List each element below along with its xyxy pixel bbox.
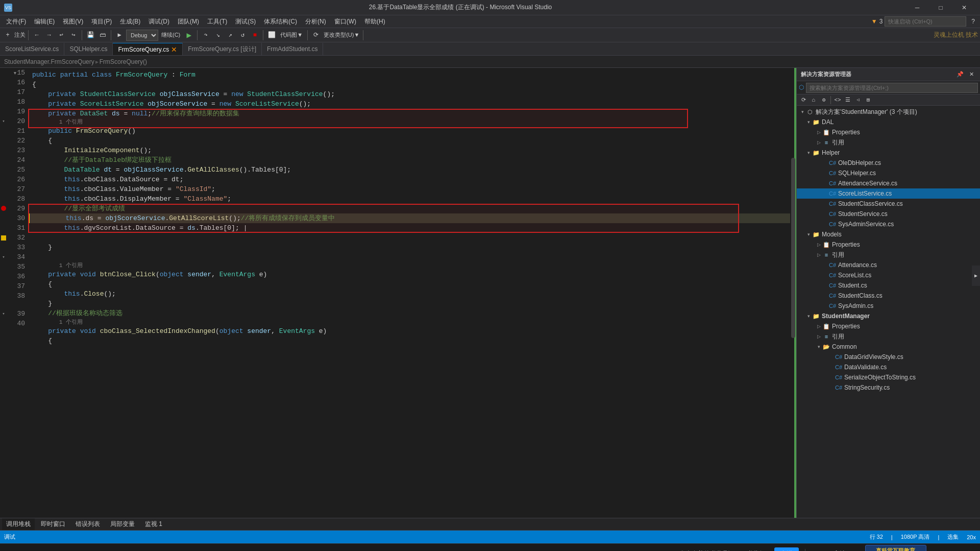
- tree-attendanceservice[interactable]: C# AttendanceService.cs: [797, 178, 980, 188]
- tab-frmaddstudent[interactable]: FrmAddStudent.cs: [262, 43, 323, 55]
- se-tree[interactable]: ▾ ⬡ 解决方案'StudentManager' (3 个项目) ▾ 📁 DAL…: [797, 106, 980, 518]
- back-button[interactable]: ←: [31, 30, 42, 41]
- vid-next-button[interactable]: ⏭: [45, 548, 57, 552]
- tree-studentclassservice[interactable]: C# StudentClassService.cs: [797, 199, 980, 209]
- menu-edit[interactable]: 编辑(E): [30, 16, 59, 28]
- step-out-button[interactable]: ↗: [225, 30, 236, 41]
- se-btn-home[interactable]: ⌂: [809, 95, 818, 105]
- menu-file[interactable]: 文件(F): [2, 16, 30, 28]
- code-line-22[interactable]: InitializeComponent();: [28, 146, 790, 155]
- se-btn-collapse[interactable]: ◁: [853, 95, 863, 105]
- tree-ref-dal[interactable]: ▷ ≡ 引用: [797, 137, 980, 148]
- tree-serializeobject[interactable]: C# SerializeObjectToString.cs: [797, 372, 980, 382]
- code-line-35[interactable]: {: [28, 279, 790, 289]
- code-line-40[interactable]: {: [28, 336, 790, 346]
- code-line-31[interactable]: [28, 233, 790, 243]
- tree-datavalidate[interactable]: C# DataValidate.cs: [797, 362, 980, 372]
- scroll-indicator[interactable]: [790, 68, 796, 518]
- menu-project[interactable]: 项目(P): [87, 16, 116, 28]
- se-close-button[interactable]: ✕: [967, 70, 976, 79]
- menu-team[interactable]: 团队(M): [174, 16, 203, 28]
- tree-ref-models[interactable]: ▷ ≡ 引用: [797, 250, 980, 260]
- maximize-button[interactable]: □: [929, 0, 952, 15]
- tree-props-sm[interactable]: ▷ 📋 Properties: [797, 321, 980, 331]
- menu-test[interactable]: 测试(S): [231, 16, 260, 28]
- tab-callstack[interactable]: 调用堆栈: [2, 518, 35, 530]
- tab-sqlhelper[interactable]: SQLHelper.cs: [64, 43, 113, 55]
- tree-studentmanager[interactable]: ▾ 📁 StudentManager: [797, 311, 980, 321]
- tab-frmscorequery-design[interactable]: FrmScoreQuery.cs [设计]: [183, 43, 262, 55]
- tab-immediate[interactable]: 即时窗口: [37, 518, 69, 530]
- code-line-21[interactable]: {: [28, 136, 790, 146]
- code-content[interactable]: public partial class FrmScoreQuery : For…: [28, 68, 790, 518]
- code-line-37[interactable]: }: [28, 299, 790, 308]
- fold-34[interactable]: ▾: [0, 252, 7, 262]
- step-in-button[interactable]: ↘: [212, 30, 224, 41]
- tree-studentclass-cs[interactable]: C# StudentClass.cs: [797, 291, 980, 301]
- tab-locals[interactable]: 局部变量: [106, 518, 139, 530]
- code-line-15[interactable]: public partial class FrmScoreQuery : For…: [28, 70, 790, 80]
- code-line-32[interactable]: }: [28, 243, 790, 252]
- tab-watch[interactable]: 监视 1: [141, 518, 166, 530]
- tree-scorelistservice[interactable]: C# ScoreListService.cs: [797, 188, 980, 199]
- code-line-39[interactable]: private void cboClass_SelectedIndexChang…: [28, 326, 790, 336]
- stop-button[interactable]: ■: [249, 30, 260, 41]
- tree-common[interactable]: ▾ 📂 Common: [797, 342, 980, 352]
- restart-button[interactable]: ↺: [237, 30, 248, 41]
- code-line-34[interactable]: private void btnClose_Click(object sende…: [28, 270, 790, 279]
- tree-ref-sm[interactable]: ▷ ≡ 引用: [797, 331, 980, 342]
- tree-attendance-cs[interactable]: C# Attendance.cs: [797, 260, 980, 270]
- menu-view[interactable]: 视图(V): [59, 16, 87, 28]
- redo-button[interactable]: ↪: [68, 30, 79, 41]
- tree-oledbhelper[interactable]: C# OleDbHelper.cs: [797, 158, 980, 168]
- breadcrumb-part2[interactable]: FrmScoreQuery(): [100, 58, 147, 65]
- tab-frmscorequery[interactable]: FrmScoreQuery.cs ✕: [113, 43, 183, 55]
- code-line-20[interactable]: public FrmScoreQuery(): [28, 126, 790, 136]
- tree-properties-dal[interactable]: ▷ 📋 Properties: [797, 127, 980, 137]
- save-all-button[interactable]: 🗃: [97, 30, 108, 41]
- tree-stringsecurity[interactable]: C# StringSecurity.cs: [797, 382, 980, 393]
- tree-datagridviewstyle[interactable]: C# DataGridViewStyle.cs: [797, 352, 980, 362]
- tree-sysadmin-cs[interactable]: C# SysAdmin.cs: [797, 301, 980, 311]
- question-icon[interactable]: ?: [968, 18, 978, 25]
- code-line-23[interactable]: //基于DataTableb绑定班级下拉框: [28, 155, 790, 165]
- breadcrumb-part1[interactable]: StudentManager.FrmScoreQuery: [4, 58, 94, 65]
- start-button[interactable]: ▶: [114, 30, 125, 41]
- fold-15[interactable]: ▾: [13, 69, 17, 77]
- menu-window[interactable]: 窗口(W): [330, 16, 360, 28]
- menu-arch[interactable]: 体系结构(C): [260, 16, 301, 28]
- code-line-27[interactable]: this.cboClass.DisplayMember = "ClassName…: [28, 194, 790, 204]
- se-btn-sync[interactable]: ⟳: [799, 95, 808, 105]
- tree-sysadminservice[interactable]: C# SysAdminService.cs: [797, 219, 980, 229]
- vid-prev-button[interactable]: ⏮: [8, 548, 20, 552]
- code-line-38[interactable]: //根据班级名称动态筛选: [28, 308, 790, 318]
- save-button[interactable]: 💾: [85, 30, 96, 41]
- code-line-19[interactable]: private DataSet ds = null;//用来保存查询结果的数据集: [28, 109, 790, 118]
- tree-scorelist-cs[interactable]: C# ScoreList.cs: [797, 270, 980, 280]
- editor-content[interactable]: ▾ 15 16 17 18 19 ▾ 20 21 22 23 24 25 26 …: [0, 68, 796, 518]
- se-pin-button[interactable]: 📌: [955, 70, 965, 79]
- menu-help[interactable]: 帮助(H): [360, 16, 389, 28]
- minimize-button[interactable]: ─: [905, 0, 929, 15]
- update-type-button[interactable]: ⟳: [310, 30, 322, 41]
- se-search-bar[interactable]: ⬡: [797, 81, 980, 94]
- code-line-28[interactable]: //显示全部考试成绩: [28, 204, 790, 213]
- debug-mode-dropdown[interactable]: Debug: [126, 30, 158, 41]
- scroll-bar[interactable]: [791, 158, 795, 338]
- vid-play-button[interactable]: ▶: [27, 548, 39, 552]
- tree-solution-root[interactable]: ▾ ⬡ 解决方案'StudentManager' (3 个项目): [797, 107, 980, 117]
- code-line-33[interactable]: [28, 252, 790, 262]
- send-button[interactable]: 发送: [774, 547, 799, 552]
- code-line-30[interactable]: this.dgvScoreList.DataSource = ds.Tables…: [28, 223, 790, 233]
- code-line-36[interactable]: this.Close();: [28, 289, 790, 299]
- code-line-24[interactable]: DataTable dt = objClassService.GetAllCla…: [28, 165, 790, 175]
- menu-tools[interactable]: 工具(T): [203, 16, 231, 28]
- code-line-16[interactable]: {: [28, 80, 790, 89]
- se-expand-button[interactable]: ▶: [972, 266, 980, 286]
- tree-studentservice[interactable]: C# StudentService.cs: [797, 209, 980, 219]
- code-line-18[interactable]: private ScoreListService objScoreService…: [28, 99, 790, 109]
- step-over-button[interactable]: ↷: [200, 30, 211, 41]
- se-btn-code[interactable]: <>: [833, 95, 842, 105]
- tab-scorelistservice[interactable]: ScoreListService.cs: [0, 43, 64, 55]
- tree-models[interactable]: ▾ 📁 Models: [797, 229, 980, 239]
